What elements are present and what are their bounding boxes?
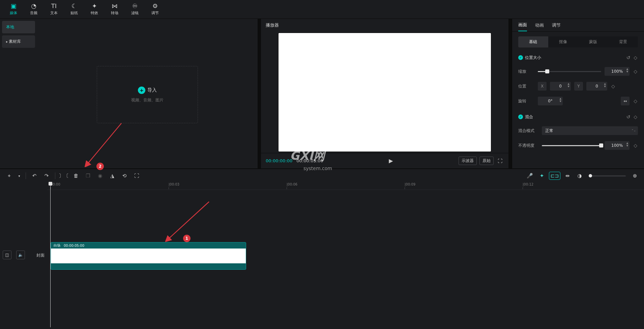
tab-sticker-label: 贴纸: [70, 10, 78, 15]
tab-media[interactable]: ▣ 媒体: [4, 1, 23, 18]
row-rotation: 旋转 0° ▲▼ ↔ ◇: [518, 97, 638, 105]
flip-button[interactable]: ↔: [621, 97, 630, 105]
ruler-tick: 00:00: [51, 183, 60, 186]
sticker-icon: ☾: [71, 3, 77, 9]
pointer-dropdown[interactable]: ▾: [16, 171, 22, 181]
clip-header: 白场 00:00:05:00: [51, 242, 246, 249]
sidebar-item-library[interactable]: 素材库: [2, 35, 35, 48]
rotation-input[interactable]: 0° ▲▼: [538, 97, 563, 105]
keyframe-icon[interactable]: ◇: [633, 98, 638, 104]
inspector-tab-canvas[interactable]: 画面: [518, 19, 527, 31]
split-button[interactable]: 〕〔: [59, 171, 69, 181]
tab-sticker[interactable]: ☾ 贴纸: [65, 1, 84, 18]
section-position-label: 位置大小: [525, 55, 541, 61]
opacity-input[interactable]: 100% ▲▼: [605, 141, 630, 150]
tab-text-label: 文本: [50, 10, 58, 15]
row-position: 位置 X 0 ▲▼ Y 0 ▲▼ ◇: [518, 82, 638, 91]
row-blend-mode: 混合模式 正常: [518, 126, 638, 135]
keyframe-icon[interactable]: ◇: [633, 54, 638, 61]
auto-cut-button[interactable]: ✦: [537, 171, 547, 181]
snap-button[interactable]: ⇹: [562, 171, 573, 181]
rotation-label: 旋转: [518, 98, 534, 104]
aspect-ratio-button[interactable]: 原始: [479, 157, 494, 165]
zoom-slider[interactable]: [589, 175, 626, 176]
sidebar-item-label: 素材库: [9, 39, 21, 44]
rotate-button[interactable]: ⟲: [119, 171, 129, 181]
position-y-input[interactable]: 0 ▲▼: [586, 82, 607, 91]
inspector-tab-animation[interactable]: 动画: [535, 20, 544, 31]
import-hint: 视频、音频、图片: [131, 97, 164, 103]
magnet-button[interactable]: ⊏⊐: [549, 172, 560, 180]
subtab-mask[interactable]: 蒙版: [578, 36, 608, 47]
delete-button[interactable]: 🗑: [71, 171, 81, 181]
blend-mode-select[interactable]: 正常: [542, 126, 638, 135]
zoom-fit-button[interactable]: ⊕: [630, 171, 640, 181]
adjust-icon: ⚙: [152, 3, 158, 9]
redo-button[interactable]: ↷: [41, 171, 52, 181]
timeline-toolbar: ⌖ ▾ ↶ ↷ 〕〔 🗑 ❐ ◉ ◮ ⟲ ⛶ 🎤 ✦ ⊏⊐ ⇹ ◑ ⊕: [0, 168, 644, 183]
tab-effect[interactable]: ✦ 特效: [85, 1, 104, 18]
pointer-tool-button[interactable]: ⌖: [4, 171, 14, 181]
subtab-cutout[interactable]: 抠像: [548, 36, 578, 47]
copy-button[interactable]: ❐: [83, 171, 93, 181]
row-opacity: 不透明度 100% ▲▼ ◇: [518, 141, 638, 150]
main-panels: 本地 素材库 + 导入 视频、音频、图片 播放器 00:00:00:00: [0, 19, 644, 168]
inspector-body: ✓ 位置大小 ↺ ◇ 缩放 100% ▲▼ ◇ 位置 X: [512, 51, 644, 153]
media-panel: 本地 素材库 + 导入 视频、音频、图片: [0, 19, 258, 168]
blend-mode-label: 混合模式: [518, 128, 538, 134]
scope-button[interactable]: 示波器: [459, 157, 477, 165]
position-x-input[interactable]: 0 ▲▼: [550, 82, 571, 91]
record-button[interactable]: ◉: [95, 171, 105, 181]
keyframe-icon[interactable]: ◇: [633, 68, 638, 75]
scale-input[interactable]: 100% ▲▼: [605, 67, 630, 76]
ruler-tick: |00:03: [169, 183, 179, 186]
track-mute-button[interactable]: 🔈: [16, 251, 25, 259]
undo-button[interactable]: ↶: [29, 171, 39, 181]
section-blend-head: ✓ 混合 ↺ ◇: [518, 113, 638, 120]
keyframe-icon[interactable]: ◇: [633, 142, 638, 149]
time-total: 00:00:05:00: [296, 158, 323, 163]
player-canvas[interactable]: [279, 33, 491, 152]
keyframe-icon[interactable]: ◇: [633, 113, 638, 120]
player-controls: 00:00:00:00 00:00:05:00 ▶ 示波器 原始 ⛶: [261, 153, 508, 168]
crop-button[interactable]: ⛶: [131, 171, 142, 181]
clip-name: 白场: [54, 243, 60, 248]
player-title: 播放器: [261, 19, 508, 32]
check-icon[interactable]: ✓: [518, 114, 523, 119]
tab-transition[interactable]: ⋈ 转场: [105, 1, 124, 18]
preview-toggle[interactable]: ◑: [575, 171, 585, 181]
subtab-background[interactable]: 背景: [608, 36, 638, 47]
track-lock-button[interactable]: ◫: [3, 251, 11, 259]
video-clip[interactable]: 白场 00:00:05:00: [51, 242, 246, 270]
import-dropzone[interactable]: + 导入 视频、音频、图片: [97, 66, 198, 123]
tab-text[interactable]: TI 文本: [45, 1, 63, 18]
media-content: + 导入 视频、音频、图片: [37, 19, 258, 168]
tab-adjust[interactable]: ⚙ 调节: [146, 1, 165, 18]
check-icon[interactable]: ✓: [518, 55, 523, 60]
fullscreen-icon[interactable]: ⛶: [496, 157, 504, 165]
tab-filter[interactable]: ♾ 滤镜: [125, 1, 144, 18]
reset-icon[interactable]: ↺: [625, 54, 631, 61]
tab-audio-label: 音频: [30, 10, 37, 15]
scale-slider[interactable]: [538, 71, 601, 72]
media-sidebar: 本地 素材库: [0, 19, 37, 168]
cover-button[interactable]: 封面: [33, 251, 48, 260]
opacity-label: 不透明度: [518, 143, 538, 149]
mic-button[interactable]: 🎤: [525, 171, 535, 181]
inspector-panel: 画面 动画 调节 基础 抠像 蒙版 背景 ✓ 位置大小 ↺ ◇ 缩放: [512, 19, 644, 168]
opacity-slider[interactable]: [542, 145, 601, 146]
sidebar-item-local[interactable]: 本地: [2, 21, 35, 33]
inspector-tab-adjust[interactable]: 调节: [552, 20, 561, 31]
inspector-subtabs: 基础 抠像 蒙版 背景: [512, 32, 644, 51]
ruler-tick: |00:09: [405, 183, 415, 186]
timeline-ruler[interactable]: 00:00 |00:03 |00:06 |00:09 |00:12: [47, 183, 644, 190]
tracks: ◫ 🔈 封面 白场 00:00:05:00: [0, 190, 644, 329]
mirror-button[interactable]: ◮: [107, 171, 117, 181]
import-row: + 导入: [138, 87, 157, 94]
reset-icon[interactable]: ↺: [625, 113, 631, 120]
effect-icon: ✦: [92, 3, 97, 9]
tab-audio[interactable]: ◔ 音频: [24, 1, 43, 18]
keyframe-icon[interactable]: ◇: [611, 83, 616, 90]
subtab-basic[interactable]: 基础: [518, 36, 548, 47]
play-button[interactable]: ▶: [389, 158, 393, 164]
